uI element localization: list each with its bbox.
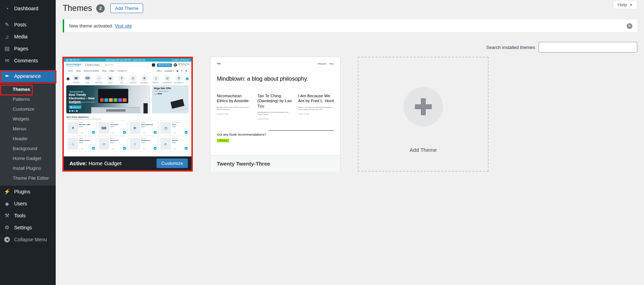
hg-product-image: ▭ bbox=[99, 138, 109, 150]
dashboard-icon: ◔ bbox=[4, 6, 11, 12]
hg-cat-juicer-icon: ⚱ bbox=[118, 75, 125, 82]
hg-nav-contact-us: Contact Us bbox=[118, 70, 127, 72]
sidebar-item-label: Dashboard bbox=[14, 6, 38, 11]
hg-currency-select: USD ▾ bbox=[157, 70, 161, 72]
active-theme-bar: Active: Home Gadget Customize bbox=[64, 156, 191, 170]
hg-nav-electronics-experts: Electronics Experts bbox=[84, 70, 99, 72]
sidebar-item-posts[interactable]: ✎ Posts bbox=[0, 19, 56, 31]
sidebar-item-settings[interactable]: ⚙ Settings bbox=[0, 222, 56, 234]
hg-cat-smartwatches-icon: ◷ bbox=[130, 75, 137, 82]
submenu-item-menus[interactable]: Menus bbox=[0, 124, 56, 134]
hg-cat-smartphones-icon: ☎ bbox=[73, 75, 80, 82]
sidebar-item-dashboard[interactable]: ◔ Dashboard bbox=[0, 2, 56, 14]
tt3-divider bbox=[269, 130, 334, 131]
hg-hero-speaker bbox=[143, 103, 148, 113]
hg-nav: Home About Electronics Experts Shop Page… bbox=[64, 68, 191, 73]
sidebar-item-media[interactable]: ♫ Media bbox=[0, 31, 56, 43]
hg-product-card: ⚱ Blender BlendPro X500 $0.00 ♡⊙ ▣ bbox=[67, 121, 96, 135]
plugins-icon: ⚡ bbox=[4, 188, 11, 195]
collapse-menu-icon: ◀ bbox=[4, 237, 10, 242]
sidebar-item-tools[interactable]: ⚒ Tools bbox=[0, 210, 56, 222]
submenu-item-customize[interactable]: Customize bbox=[0, 104, 56, 114]
hg-hero-console bbox=[91, 107, 140, 113]
hg-language-select: Language ▾ bbox=[165, 70, 174, 72]
tt3-post: I Am Because We Are by Fred L. Hord A ma… bbox=[298, 93, 334, 120]
hg-request-service-button: Request Service bbox=[157, 63, 172, 67]
tt3-post: Tao Te Ching (Daodejing) by Lao Tzu A fu… bbox=[257, 93, 293, 120]
hg-hero-banner: Save Up To 50% OFF Best Trendy Electroni… bbox=[66, 85, 150, 113]
hg-carousel-dots bbox=[69, 110, 78, 112]
hg-cat-washing-icon: ◎ bbox=[164, 75, 171, 82]
hg-promo-title: Mega Sale Offer bbox=[154, 87, 187, 89]
hg-promo-laptop-image bbox=[170, 98, 188, 112]
sidebar-item-label: Tools bbox=[14, 213, 26, 218]
hg-product-actions: ♡⊙ bbox=[172, 148, 176, 150]
hg-products-heading: Best Home Appliances bbox=[67, 116, 189, 118]
hg-add-to-cart-icon: ▣ bbox=[123, 147, 126, 150]
tt3-cta-text: Got any book recommendations? bbox=[217, 132, 266, 136]
hg-product-image: ∩ bbox=[130, 138, 140, 150]
submenu-item-background[interactable]: Background bbox=[0, 143, 56, 153]
submenu-item-header[interactable]: Header bbox=[0, 134, 56, 143]
hg-nav-shop: Shop bbox=[102, 70, 106, 72]
tools-icon: ⚒ bbox=[4, 212, 11, 219]
submenu-item-home-gadget[interactable]: Home Gadget bbox=[0, 153, 56, 163]
dismiss-notice-icon[interactable]: ✕ bbox=[627, 23, 632, 29]
sidebar-item-plugins[interactable]: ⚡ Plugins bbox=[0, 186, 56, 198]
visit-site-link[interactable]: Visit site bbox=[115, 23, 132, 29]
submenu-item-widgets[interactable]: Widgets bbox=[0, 114, 56, 124]
hg-product-actions: ♡⊙ bbox=[110, 148, 115, 150]
active-theme-name: Active: Home Gadget bbox=[69, 160, 122, 166]
hg-header: HomeGadget Powering Your Tech Life ☰ Top… bbox=[64, 62, 191, 68]
sidebar-item-appearance[interactable]: ✒ Appearance bbox=[0, 70, 56, 82]
chevron-down-icon: ▼ bbox=[630, 3, 633, 7]
comments-icon: ✉ bbox=[4, 57, 11, 64]
sidebar-item-users[interactable]: ☻ Users bbox=[0, 198, 56, 210]
hg-shop-now-button: ▣ Shop Now bbox=[69, 105, 81, 109]
hg-cat-audio-icon: ∩ bbox=[96, 75, 103, 82]
sidebar-item-collapse-menu[interactable]: ◀ Collapse Menu bbox=[0, 234, 56, 246]
hg-add-to-cart-icon: ▣ bbox=[154, 147, 157, 150]
activation-notice: New theme activated. Visit site ✕ bbox=[63, 19, 637, 32]
submenu-item-theme-file-editor[interactable]: Theme File Editor bbox=[0, 173, 56, 183]
sidebar-item-label: Settings bbox=[14, 225, 32, 230]
media-icon: ♫ bbox=[4, 34, 11, 40]
theme-name: Twenty Twenty-Three bbox=[217, 161, 270, 167]
customize-button[interactable]: Customize bbox=[157, 159, 188, 168]
hg-add-to-cart-icon: ▣ bbox=[154, 131, 157, 134]
submenu-item-patterns[interactable]: Patterns bbox=[0, 94, 56, 104]
pages-icon: ▤ bbox=[4, 45, 11, 52]
hg-product-actions: ♡⊙ bbox=[141, 132, 146, 134]
hg-product-card: ✜ Electronic Gaming Remote $0.00 ♡⊙ ▣ bbox=[129, 121, 158, 135]
hg-product-image: ♨ bbox=[68, 138, 78, 150]
search-installed-themes-input[interactable] bbox=[539, 42, 637, 52]
hg-logo: HomeGadget bbox=[66, 63, 81, 66]
hg-search-icon: ○ bbox=[152, 63, 155, 67]
submenu-item-themes[interactable]: Themes bbox=[0, 84, 56, 94]
theme-card-twenty-twenty-three[interactable]: TT3 Philosophy About Mindblown: a blog a… bbox=[210, 57, 341, 172]
hg-product-card: ♬ Electronic Speaker $0.00 ♡⊙ ▣ bbox=[159, 137, 189, 151]
hg-products-subheading: Find the latest gadgets and home essenti… bbox=[67, 118, 105, 120]
sidebar-item-comments[interactable]: ✉ Comments bbox=[0, 55, 56, 67]
page-title: Themes bbox=[63, 4, 92, 13]
hg-hero-tv-image bbox=[98, 89, 128, 104]
hg-cat-kitchen-icon: ☕ bbox=[176, 75, 183, 82]
hg-cat-cameras-icon: ◉ bbox=[107, 75, 114, 82]
hg-product-actions: ♡⊙ bbox=[79, 132, 84, 134]
tt3-post: Nicomachean Ethics by Aristotle Aristotl… bbox=[217, 93, 252, 120]
hg-promo-text: Mega Gadget Sale! Up to 40% OFF – Limite… bbox=[79, 59, 172, 61]
add-theme-button[interactable]: Add Theme bbox=[110, 4, 143, 13]
hg-hero-desc: Lorem Ipsum is simply dummy text of the … bbox=[69, 101, 97, 105]
tt3-screenshot: TT3 Philosophy About Mindblown: a blog a… bbox=[210, 57, 340, 155]
theme-card-home-gadget[interactable]: ☎ 1-800 1300 110 Mega Gadget Sale! Up to… bbox=[62, 57, 193, 172]
sidebar-item-label: Appearance bbox=[14, 73, 41, 79]
hg-carousel-prev-icon: ❮ bbox=[67, 78, 69, 80]
hg-product-image: ⌨ bbox=[99, 122, 109, 134]
settings-icon: ⚙ bbox=[4, 224, 11, 231]
help-dropdown[interactable]: Help ▼ bbox=[613, 1, 637, 9]
hg-call-icon: ☎ bbox=[174, 63, 177, 67]
sidebar-item-pages[interactable]: ▤ Pages bbox=[0, 43, 56, 55]
submenu-item-install-plugins[interactable]: Install Plugins bbox=[0, 163, 56, 173]
hg-product-image: ♬ bbox=[160, 138, 171, 150]
add-theme-card[interactable]: Add Theme bbox=[358, 57, 489, 172]
